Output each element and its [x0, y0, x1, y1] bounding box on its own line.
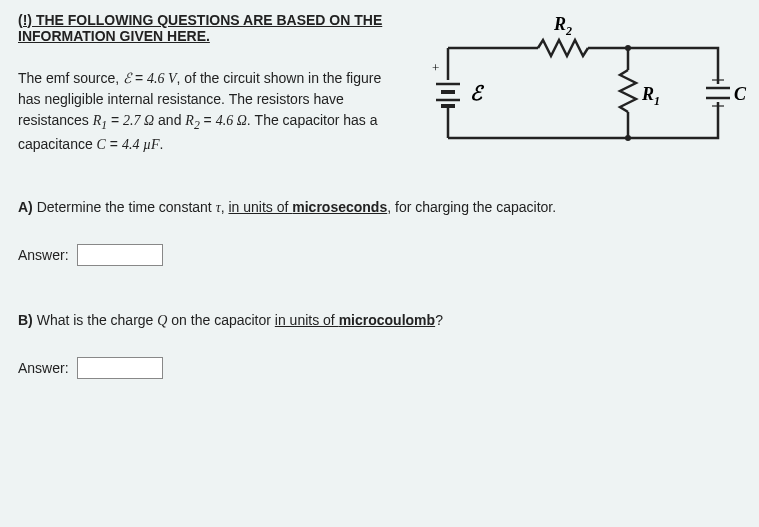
answer-row-a: Answer: — [18, 244, 741, 266]
txt: . — [160, 136, 164, 152]
eq: = — [200, 112, 216, 128]
worksheet-page: (!) THE FOLLOWING QUESTIONS ARE BASED ON… — [0, 0, 759, 391]
answer-label-a: Answer: — [18, 247, 69, 263]
emf-symbol: ℰ — [123, 71, 131, 86]
txt: on the capacitor — [167, 312, 274, 328]
r1-sym: R — [93, 113, 102, 128]
heading-line1: (!) THE FOLLOWING QUESTIONS ARE BASED ON… — [18, 12, 382, 28]
label-b: B) — [18, 312, 33, 328]
r2-value: 4.6 Ω — [216, 113, 247, 128]
txt: in units of — [228, 199, 292, 215]
circuit-diagram: + ℰ C R2 R1 — [418, 8, 748, 161]
txt: What is the charge — [33, 312, 158, 328]
answer-row-b: Answer: — [18, 357, 741, 379]
top-row: (!) THE FOLLOWING QUESTIONS ARE BASED ON… — [18, 12, 741, 161]
r1-value: 2.7 Ω — [123, 113, 154, 128]
plus-label: + — [432, 60, 439, 75]
txt: , for charging the capacitor. — [387, 199, 556, 215]
answer-input-b[interactable] — [77, 357, 163, 379]
r2-sym: R — [185, 113, 194, 128]
question-b: B) What is the charge Q on the capacitor… — [18, 310, 741, 331]
c-value: 4.4 µF — [122, 137, 160, 152]
unit-a: microseconds — [292, 199, 387, 215]
c-label: C — [734, 84, 747, 104]
emf-label: ℰ — [470, 82, 485, 104]
emf-value: 4.6 V — [147, 71, 177, 86]
r1-label: R1 — [641, 84, 660, 108]
question-a: A) Determine the time constant τ, in uni… — [18, 197, 741, 218]
unit-b: microcoulomb — [339, 312, 435, 328]
txt: Determine the time constant — [33, 199, 216, 215]
answer-label-b: Answer: — [18, 360, 69, 376]
q-symbol: Q — [157, 313, 167, 328]
svg-point-8 — [625, 45, 631, 51]
c-sym: C — [97, 137, 106, 152]
eq: = — [107, 112, 123, 128]
svg-point-9 — [625, 135, 631, 141]
heading-line2: INFORMATION GIVEN HERE. — [18, 28, 210, 44]
answer-input-a[interactable] — [77, 244, 163, 266]
eq: = — [131, 70, 147, 86]
label-a: A) — [18, 199, 33, 215]
txt: The emf source, — [18, 70, 123, 86]
header-and-problem: (!) THE FOLLOWING QUESTIONS ARE BASED ON… — [18, 12, 398, 155]
r2-label: R2 — [553, 14, 572, 38]
txt: in units of — [275, 312, 339, 328]
txt: ? — [435, 312, 443, 328]
txt: and — [154, 112, 185, 128]
eq: = — [106, 136, 122, 152]
problem-statement: The emf source, ℰ = 4.6 V, of the circui… — [18, 68, 398, 155]
section-heading: (!) THE FOLLOWING QUESTIONS ARE BASED ON… — [18, 12, 398, 44]
